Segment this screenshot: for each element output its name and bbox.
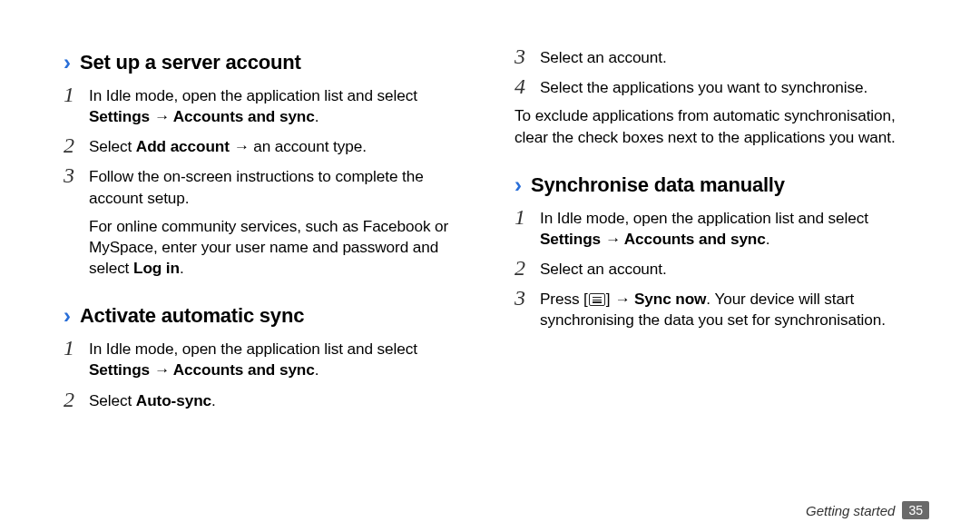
step-body: Select Add account → an account type. [89,134,475,159]
step: 1 In Idle mode, open the application lis… [64,84,475,129]
step-text: In Idle mode, open the application list … [89,340,417,358]
heading-title: Synchronise data manually [531,172,785,199]
step: 3 Press [] → Sync now. Your device will … [514,287,926,332]
step-mid: ] → [606,290,634,308]
heading-setup-server: › Set up a server account [64,49,475,76]
step-post: . [211,391,216,409]
step-text: In Idle mode, open the application list … [89,86,417,104]
step-number: 1 [64,84,89,129]
step-number: 4 [514,75,540,100]
step-number: 3 [514,287,540,332]
step-number: 3 [64,164,89,210]
step-number: 2 [64,389,89,413]
step-post: → an account type. [230,137,367,155]
step-number: 1 [64,337,89,382]
step-number: 2 [64,134,89,159]
step-body: Select the applications you want to sync… [540,75,926,100]
step-body: In Idle mode, open the application list … [89,84,475,129]
step-text: Select an account. [540,260,667,278]
step-body: In Idle mode, open the application list … [540,206,926,251]
right-column: 3 Select an account. 4 Select the applic… [514,44,926,516]
heading-activate-auto: › Activate automatic sync [64,302,475,330]
step-text: Follow the on-screen instructions to com… [89,167,424,206]
step: 3 Select an account. [514,45,926,70]
step-body: Select an account. [540,257,926,281]
step-bold: Sync now [634,290,706,308]
step-body: Follow the on-screen instructions to com… [89,164,475,210]
step-number: 3 [514,45,540,70]
step-text: Press [ [540,290,588,308]
step: 4 Select the applications you want to sy… [514,75,926,100]
step-text: Select [89,391,136,409]
step-text: Select [89,137,136,155]
note-post: . [180,259,184,277]
note-bold: Log in [133,259,180,277]
left-column: › Set up a server account 1 In Idle mode… [64,44,475,516]
menu-icon [589,293,605,306]
note-text: For online community services, such as F… [89,216,475,280]
step-bold: Settings → Accounts and sync [89,107,315,125]
chevron-icon: › [64,305,71,327]
step-text: In Idle mode, open the application list … [540,209,868,227]
step-bold: Add account [136,137,230,155]
step: 2 Select Add account → an account type. [64,134,475,159]
step-post: . [315,107,319,125]
step-bold: Settings → Accounts and sync [540,230,766,248]
step-text: Select an account. [540,48,667,66]
step: 1 In Idle mode, open the application lis… [64,337,475,382]
chevron-icon: › [514,174,522,196]
heading-title: Set up a server account [80,49,301,76]
step-body: In Idle mode, open the application list … [89,337,475,382]
chapter-name: Getting started [806,503,895,518]
step-text: Select the applications you want to sync… [540,78,867,96]
step-post: . [315,360,319,379]
step: 1 In Idle mode, open the application lis… [514,206,926,251]
page-footer: Getting started 35 [806,501,929,519]
step: 2 Select an account. [514,257,926,281]
chevron-icon: › [64,52,71,74]
note-text: To exclude applications from automatic s… [514,105,926,147]
page-number: 35 [902,501,929,519]
step-number: 2 [514,257,540,281]
step: 2 Select Auto-sync. [64,389,475,413]
heading-sync-manually: › Synchronise data manually [514,172,926,199]
manual-page: › Set up a server account 1 In Idle mode… [0,0,980,532]
step-number: 1 [514,206,540,251]
step-bold: Settings → Accounts and sync [89,360,315,379]
step-body: Press [] → Sync now. Your device will st… [540,287,926,332]
heading-title: Activate automatic sync [80,302,304,330]
step: 3 Follow the on-screen instructions to c… [64,164,475,210]
step-bold: Auto-sync [136,391,211,409]
step-body: Select Auto-sync. [89,389,475,413]
step-body: Select an account. [540,45,926,70]
step-post: . [766,230,770,248]
